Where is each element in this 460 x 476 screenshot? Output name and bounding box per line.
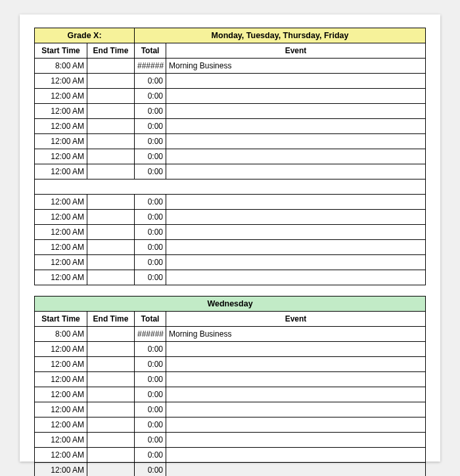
cell-event [166,342,426,357]
cell-end-time [87,210,135,225]
table-row: 12:00 AM0:00 [35,240,426,255]
cell-total: 0:00 [135,463,166,477]
cell-start-time: 8:00 AM [35,327,87,342]
col-end: End Time [87,312,135,327]
cell-start-time: 12:00 AM [35,210,87,225]
cell-end-time [87,240,135,255]
cell-end-time [87,270,135,285]
table-row: 12:00 AM0:00 [35,417,426,433]
table-row: 12:00 AM0:00 [35,134,426,149]
cell-total: 0:00 [135,357,166,372]
cell-end-time [87,255,135,270]
cell-event [166,89,426,104]
cell-total: ###### [135,327,166,342]
cell-end-time [87,417,135,433]
cell-total: 0:00 [135,342,166,357]
table-row: 12:00 AM0:00 [35,357,426,372]
table1-title-right: Monday, Tuesday, Thursday, Friday [135,28,426,43]
table-row: 12:00 AM0:00 [35,149,426,164]
spacer-cell [35,179,426,195]
cell-event [166,417,426,433]
col-event: Event [166,312,426,327]
cell-event [166,270,426,285]
table-row: 12:00 AM0:00 [35,119,426,134]
cell-start-time: 12:00 AM [35,387,87,402]
cell-start-time: 12:00 AM [35,357,87,372]
cell-end-time [87,387,135,402]
cell-start-time: 12:00 AM [35,225,87,240]
cell-end-time [87,372,135,387]
cell-total: 0:00 [135,210,166,225]
table-row: 12:00 AM0:00 [35,387,426,402]
cell-event [166,134,426,149]
col-event: Event [166,43,426,59]
table-row: 12:00 AM0:00 [35,255,426,270]
cell-end-time [87,89,135,104]
cell-end-time [87,195,135,210]
cell-total: 0:00 [135,270,166,285]
cell-end-time [87,74,135,89]
cell-start-time: 12:00 AM [35,255,87,270]
cell-event [166,387,426,402]
table2-title: Wednesday [35,297,426,312]
cell-start-time: 12:00 AM [35,417,87,433]
cell-start-time: 12:00 AM [35,433,87,448]
cell-start-time: 12:00 AM [35,104,87,119]
table-row: 12:00 AM0:00 [35,463,426,477]
table-row: 12:00 AM0:00 [35,225,426,240]
table-row: 12:00 AM0:00 [35,210,426,225]
cell-event [166,433,426,448]
cell-event [166,448,426,463]
cell-total: 0:00 [135,402,166,417]
cell-end-time [87,433,135,448]
cell-start-time: 12:00 AM [35,164,87,179]
cell-event [166,104,426,119]
table1-header-row: Start Time End Time Total Event [35,43,426,59]
cell-start-time: 12:00 AM [35,342,87,357]
cell-end-time [87,357,135,372]
cell-end-time [87,104,135,119]
cell-start-time: 12:00 AM [35,195,87,210]
cell-event [166,357,426,372]
table-row [35,179,426,195]
cell-total: 0:00 [135,433,166,448]
cell-event [166,210,426,225]
table-row: 12:00 AM0:00 [35,448,426,463]
cell-event: Morning Business [166,327,426,342]
cell-start-time: 12:00 AM [35,149,87,164]
cell-start-time: 12:00 AM [35,74,87,89]
cell-start-time: 12:00 AM [35,134,87,149]
table2-header-row: Start Time End Time Total Event [35,312,426,327]
cell-total: 0:00 [135,387,166,402]
cell-total: 0:00 [135,417,166,433]
cell-total: 0:00 [135,195,166,210]
col-start: Start Time [35,43,87,59]
schedule-table-1: Grade X: Monday, Tuesday, Thursday, Frid… [34,28,426,285]
cell-end-time [87,342,135,357]
cell-total: 0:00 [135,164,166,179]
table-row: 12:00 AM0:00 [35,433,426,448]
cell-event [166,119,426,134]
cell-event [166,149,426,164]
col-end: End Time [87,43,135,59]
cell-start-time: 12:00 AM [35,448,87,463]
table-row: 12:00 AM0:00 [35,164,426,179]
cell-total: 0:00 [135,74,166,89]
cell-event [166,372,426,387]
cell-total: 0:00 [135,149,166,164]
cell-end-time [87,149,135,164]
cell-start-time: 12:00 AM [35,463,87,477]
table-row: 12:00 AM0:00 [35,372,426,387]
cell-start-time: 12:00 AM [35,240,87,255]
cell-end-time [87,448,135,463]
cell-total: ###### [135,59,166,74]
table-row: 8:00 AM######Morning Business [35,59,426,74]
col-start: Start Time [35,312,87,327]
table-row: 12:00 AM0:00 [35,195,426,210]
cell-event: Morning Business [166,59,426,74]
cell-start-time: 8:00 AM [35,59,87,74]
cell-start-time: 12:00 AM [35,119,87,134]
cell-end-time [87,59,135,74]
cell-event [166,195,426,210]
col-total: Total [135,43,166,59]
